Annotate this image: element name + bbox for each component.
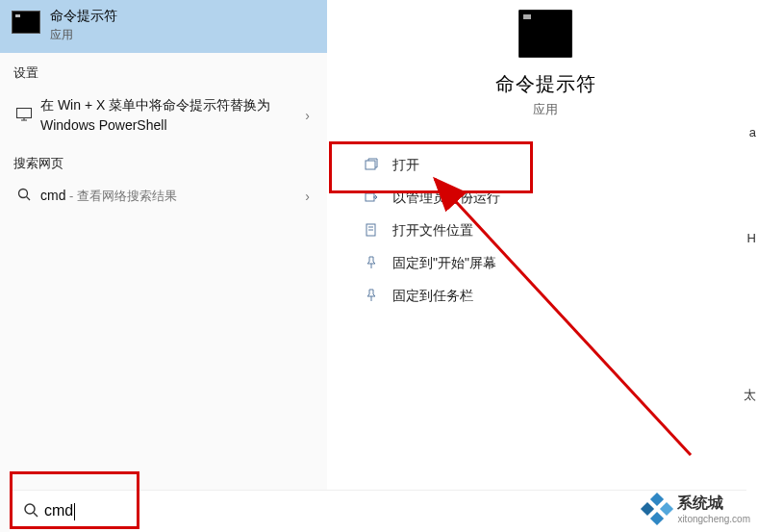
watermark-logo xyxy=(643,494,671,523)
svg-rect-0 xyxy=(17,108,32,117)
cmd-large-icon xyxy=(518,10,572,58)
app-type: 应用 xyxy=(344,101,746,118)
search-icon xyxy=(17,502,44,521)
edge-artifact: H xyxy=(747,231,756,245)
settings-item-winx-powershell[interactable]: 在 Win + X 菜单中将命令提示符替换为 Windows PowerShel… xyxy=(0,88,327,143)
chevron-right-icon: › xyxy=(305,189,314,204)
watermark-text: 系统城 xitongcheng.com xyxy=(677,494,750,524)
web-search-label: cmd - 查看网络搜索结果 xyxy=(35,186,305,206)
action-run-admin[interactable]: 以管理员身份运行 xyxy=(344,182,746,215)
best-match-text: 命令提示符 应用 xyxy=(50,8,117,43)
best-match-title: 命令提示符 xyxy=(50,8,117,25)
web-suffix: - 查看网络搜索结果 xyxy=(65,189,177,203)
action-run-admin-label: 以管理员身份运行 xyxy=(392,190,500,207)
best-match-row[interactable]: 命令提示符 应用 xyxy=(0,0,327,53)
action-pin-taskbar[interactable]: 固定到任务栏 xyxy=(344,280,746,313)
text-caret xyxy=(74,503,75,520)
action-pin-start[interactable]: 固定到"开始"屏幕 xyxy=(344,247,746,280)
action-open-location[interactable]: 打开文件位置 xyxy=(344,215,746,247)
action-list: 打开 以管理员身份运行 打开文件位置 固定到"开始"屏幕 固定到任务栏 xyxy=(344,149,746,313)
display-icon xyxy=(13,108,35,124)
action-open-location-label: 打开文件位置 xyxy=(392,222,473,240)
search-input-value: cmd xyxy=(44,502,75,520)
search-input-box[interactable]: cmd xyxy=(10,490,746,532)
action-open-label: 打开 xyxy=(392,157,419,174)
pin-start-icon xyxy=(364,256,379,272)
action-pin-taskbar-label: 固定到任务栏 xyxy=(392,288,473,305)
app-name: 命令提示符 xyxy=(344,71,746,97)
settings-item-label: 在 Win + X 菜单中将命令提示符替换为 Windows PowerShel… xyxy=(35,95,305,136)
watermark: 系统城 xitongcheng.com xyxy=(643,494,750,524)
web-search-row[interactable]: cmd - 查看网络搜索结果 › xyxy=(0,178,327,214)
web-header: 搜索网页 xyxy=(0,143,327,178)
search-results-panel: 命令提示符 应用 设置 在 Win + X 菜单中将命令提示符替换为 Windo… xyxy=(0,0,327,532)
chevron-right-icon: › xyxy=(305,108,314,123)
watermark-line1: 系统城 xyxy=(677,494,750,514)
edge-artifact: a xyxy=(749,125,756,139)
action-open[interactable]: 打开 xyxy=(344,149,746,182)
svg-rect-6 xyxy=(366,193,374,201)
admin-icon xyxy=(364,190,379,207)
edge-artifact: 太 xyxy=(744,387,756,404)
app-preview: 命令提示符 应用 xyxy=(344,0,746,118)
web-query: cmd xyxy=(40,188,65,203)
watermark-line2: xitongcheng.com xyxy=(677,514,750,524)
svg-line-11 xyxy=(34,513,38,517)
settings-header: 设置 xyxy=(0,53,327,88)
search-icon xyxy=(13,188,35,204)
svg-line-4 xyxy=(27,197,31,201)
preview-panel: 命令提示符 应用 打开 以管理员身份运行 打开文件位置 固定到"开始 xyxy=(344,0,746,471)
svg-point-10 xyxy=(25,504,35,514)
cmd-icon xyxy=(12,11,40,34)
best-match-subtitle: 应用 xyxy=(50,27,117,43)
folder-icon xyxy=(364,223,379,240)
open-icon xyxy=(364,158,379,174)
svg-point-3 xyxy=(19,190,28,198)
pin-taskbar-icon xyxy=(364,289,379,305)
action-pin-start-label: 固定到"开始"屏幕 xyxy=(392,255,496,272)
svg-rect-5 xyxy=(366,161,375,169)
